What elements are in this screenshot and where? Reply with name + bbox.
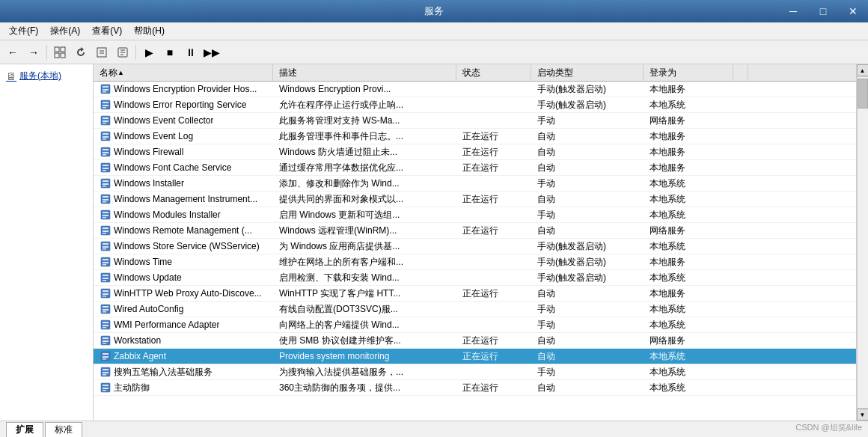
col-header-name[interactable]: 名称 bbox=[94, 64, 273, 81]
menu-item-f[interactable]: 文件(F) bbox=[3, 23, 44, 39]
table-row[interactable]: Windows Encryption Provider Hos...Window… bbox=[94, 82, 856, 97]
refresh-button[interactable] bbox=[71, 43, 91, 61]
service-name-text: WMI Performance Adapter bbox=[114, 320, 219, 330]
service-startup-type: 自动 bbox=[531, 333, 644, 348]
pause-button[interactable]: ⏸ bbox=[181, 43, 201, 61]
status-tab-扩展[interactable]: 扩展 bbox=[6, 422, 43, 437]
properties-button[interactable] bbox=[113, 43, 132, 61]
table-row[interactable]: Windows Installer添加、修改和删除作为 Wind...手动本地系… bbox=[94, 176, 856, 192]
service-desc: WinHTTP 实现了客户端 HTT... bbox=[273, 286, 456, 301]
service-name-text: Zabbix Agent bbox=[114, 351, 166, 361]
view-button[interactable] bbox=[50, 43, 70, 61]
svg-rect-45 bbox=[103, 215, 109, 216]
table-row[interactable]: 主动防御360主动防御的服务项，提供...正在运行自动本地系统 bbox=[94, 380, 856, 396]
stop-button[interactable]: ■ bbox=[160, 43, 180, 61]
svg-rect-12 bbox=[103, 86, 109, 88]
menu-bar: 文件(F)操作(A)查看(V)帮助(H) bbox=[0, 22, 868, 40]
table-row[interactable]: Windows Font Cache Service通过缓存常用字体数据优化应.… bbox=[94, 160, 856, 176]
service-icon bbox=[100, 83, 111, 95]
service-name-text: Windows Event Log bbox=[114, 131, 193, 141]
svg-rect-28 bbox=[103, 149, 109, 150]
close-button[interactable]: ✕ bbox=[838, 0, 868, 22]
col-header-desc[interactable]: 描述 bbox=[273, 64, 456, 81]
svg-rect-57 bbox=[103, 262, 109, 263]
table-row[interactable]: Windows Event Log此服务管理事件和事件日志。...正在运行自动本… bbox=[94, 129, 856, 144]
service-status bbox=[456, 239, 531, 254]
service-icon bbox=[100, 146, 111, 158]
table-row[interactable]: Wired AutoConfig有线自动配置(DOT3SVC)服...手动本地系… bbox=[94, 302, 856, 317]
service-login: 本地系统 bbox=[644, 380, 733, 395]
service-name: Zabbix Agent bbox=[94, 349, 273, 364]
table-row[interactable]: Windows Remote Management (...Windows 远程… bbox=[94, 223, 856, 239]
table-row[interactable]: Windows Error Reporting Service允许在程序停止运行… bbox=[94, 97, 856, 113]
service-startup-type: 自动 bbox=[531, 380, 644, 395]
service-desc: 启用检测、下载和安装 Wind... bbox=[273, 270, 456, 285]
scroll-down[interactable]: ▼ bbox=[857, 409, 869, 421]
maximize-button[interactable]: □ bbox=[808, 0, 838, 22]
svg-rect-22 bbox=[103, 123, 106, 124]
service-name-text: Windows Management Instrument... bbox=[114, 194, 257, 204]
svg-rect-66 bbox=[103, 296, 106, 297]
table-row[interactable]: WinHTTP Web Proxy Auto-Discove...WinHTTP… bbox=[94, 286, 856, 302]
restart-button[interactable]: ▶▶ bbox=[202, 43, 221, 61]
service-icon bbox=[100, 382, 111, 394]
sidebar-item-local[interactable]: 🖥 服务(本地) bbox=[3, 67, 90, 85]
svg-rect-3 bbox=[61, 53, 65, 58]
menu-item-a[interactable]: 操作(A) bbox=[44, 23, 86, 39]
menu-item-h[interactable]: 帮助(H) bbox=[128, 23, 171, 39]
forward-button[interactable]: → bbox=[24, 43, 43, 61]
service-name: 搜狗五笔输入法基础服务 bbox=[94, 364, 273, 379]
table-row[interactable]: Windows Store Service (WSService)为 Windo… bbox=[94, 239, 856, 254]
service-icon bbox=[100, 209, 111, 221]
svg-rect-40 bbox=[103, 196, 109, 198]
service-desc: 为 Windows 应用商店提供基... bbox=[273, 239, 456, 254]
service-status: 正在运行 bbox=[456, 192, 531, 207]
export-button[interactable] bbox=[92, 43, 111, 61]
menu-item-v[interactable]: 查看(V) bbox=[86, 23, 128, 39]
col-header-status[interactable]: 状态 bbox=[456, 64, 531, 81]
service-login: 本地服务 bbox=[644, 254, 733, 269]
svg-rect-88 bbox=[103, 385, 109, 386]
scroll-up[interactable]: ▲ bbox=[857, 64, 869, 76]
table-row[interactable]: Workstation使用 SMB 协议创建并维护客...正在运行自动网络服务 bbox=[94, 333, 856, 349]
svg-rect-14 bbox=[103, 91, 106, 93]
col-header-login[interactable]: 登录为 bbox=[644, 64, 733, 81]
svg-rect-24 bbox=[103, 133, 109, 135]
service-status bbox=[456, 270, 531, 285]
title-bar: 服务 ─ □ ✕ bbox=[0, 0, 868, 22]
table-row[interactable]: Zabbix AgentProvides system monitoring正在… bbox=[94, 349, 856, 364]
service-icon bbox=[100, 193, 111, 205]
back-button[interactable]: ← bbox=[3, 43, 22, 61]
svg-rect-38 bbox=[103, 186, 106, 187]
service-login: 本地服务 bbox=[644, 144, 733, 159]
table-row[interactable]: Windows Event Collector此服务将管理对支持 WS-Ma..… bbox=[94, 113, 856, 129]
service-login: 网络服务 bbox=[644, 333, 733, 348]
table-row[interactable]: 搜狗五笔输入法基础服务为搜狗输入法提供基础服务，...手动本地系统 bbox=[94, 364, 856, 380]
table-row[interactable]: Windows Modules Installer启用 Windows 更新和可… bbox=[94, 207, 856, 223]
service-startup-type: 手动(触发器启动) bbox=[531, 97, 644, 112]
window-controls: ─ □ ✕ bbox=[778, 0, 868, 22]
scroll-thumb[interactable] bbox=[858, 79, 868, 109]
status-tab-标准[interactable]: 标准 bbox=[45, 422, 82, 437]
vertical-scrollbar[interactable]: ▲ ▼ bbox=[856, 64, 868, 421]
table-row[interactable]: Windows Management Instrument...提供共同的界面和… bbox=[94, 192, 856, 207]
minimize-button[interactable]: ─ bbox=[778, 0, 808, 22]
service-startup-type: 手动(触发器启动) bbox=[531, 270, 644, 285]
service-name-text: Windows Encryption Provider Hos... bbox=[114, 84, 257, 94]
col-header-startup[interactable]: 启动类型 bbox=[531, 64, 644, 81]
svg-rect-86 bbox=[103, 374, 106, 376]
svg-rect-49 bbox=[103, 230, 109, 232]
service-table-body[interactable]: Windows Encryption Provider Hos...Window… bbox=[94, 82, 856, 421]
service-name: 主动防御 bbox=[94, 380, 273, 395]
sidebar-label: 服务(本地) bbox=[19, 70, 61, 82]
scroll-track[interactable] bbox=[857, 76, 869, 409]
table-row[interactable]: Windows Update启用检测、下载和安装 Wind...手动(触发器启动… bbox=[94, 270, 856, 286]
table-row[interactable]: Windows FirewallWindows 防火墙通过阻止未...正在运行自… bbox=[94, 144, 856, 160]
table-row[interactable]: WMI Performance Adapter向网络上的客户端提供 Wind..… bbox=[94, 317, 856, 333]
svg-rect-74 bbox=[103, 327, 106, 328]
table-row[interactable]: Windows Time维护在网络上的所有客户端和...手动(触发器启动)本地服… bbox=[94, 254, 856, 270]
svg-rect-52 bbox=[103, 243, 109, 245]
service-login: 本地系统 bbox=[644, 239, 733, 254]
service-startup-type: 自动 bbox=[531, 192, 644, 207]
start-button[interactable]: ▶ bbox=[139, 43, 159, 61]
